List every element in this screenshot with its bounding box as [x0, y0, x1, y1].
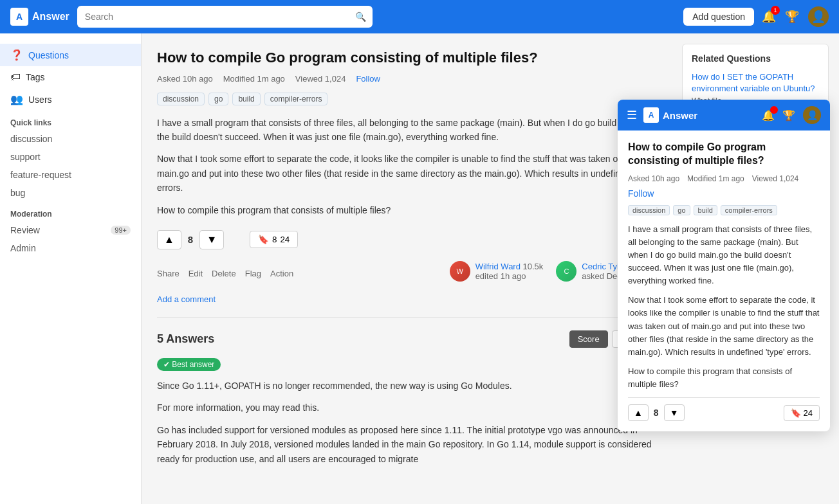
answer-body: Since Go 1.11+, GOPATH is no longer reco… [157, 379, 656, 466]
answer-p3: Go has included support for versioned mo… [157, 423, 656, 466]
sidebar-label-tags: Tags [26, 72, 45, 82]
overlay-trophy-icon[interactable]: 🏆 [782, 109, 795, 122]
editor-rep: 10.5k [523, 262, 544, 271]
bookmark-button[interactable]: 🔖 8 24 [250, 231, 298, 248]
sidebar-item-questions[interactable]: ❓ Questions [0, 44, 141, 66]
edit-action[interactable]: Edit [189, 269, 203, 278]
editor-name[interactable]: Wilfrid Ward [475, 262, 521, 271]
question-tags: discussion go build compiler-errors [157, 93, 656, 105]
overlay-body-p1: I have a small program that consists of … [628, 223, 820, 288]
sidebar-label-questions: Questions [28, 50, 69, 60]
sidebar-link-review[interactable]: Review 99+ [0, 221, 141, 239]
overlay-logo: A Answer [643, 107, 697, 123]
overlay-icons: 🔔 🏆 👤 [762, 106, 821, 124]
sidebar-item-tags[interactable]: 🏷 Tags [0, 66, 141, 88]
user-avatar[interactable]: 👤 [808, 6, 829, 27]
delete-action[interactable]: Delete [212, 269, 236, 278]
overlay-notification-badge [770, 106, 778, 114]
tag-discussion[interactable]: discussion [157, 93, 205, 105]
bookmark-icon: 🔖 [258, 235, 269, 244]
overlay-tag-compiler-errors[interactable]: compiler-errors [721, 205, 777, 215]
vote-row: ▲ 8 ▼ 🔖 8 24 [157, 230, 656, 249]
moderation-heading: Moderation [0, 202, 141, 221]
action-row: Share Edit Delete Flag Action W Wilfrid … [157, 261, 656, 287]
asker-avatar: C [556, 261, 576, 282]
sidebar-item-users[interactable]: 👥 Users [0, 88, 141, 111]
sidebar-link-bug[interactable]: bug [0, 184, 141, 202]
add-question-button[interactable]: Add question [683, 8, 754, 26]
users-icon: 👥 [10, 93, 23, 105]
quick-links-heading: Quick links [0, 111, 141, 130]
sidebar-link-support[interactable]: support [0, 148, 141, 166]
answers-header: 5 Answers Score Newest [157, 330, 656, 348]
sidebar: ❓ Questions 🏷 Tags 👥 Users Quick links d… [0, 33, 142, 504]
overlay-avatar[interactable]: 👤 [803, 106, 821, 124]
overlay-body-p3: How to compile this program that consist… [628, 365, 820, 391]
main-content: How to compile Go program consisting of … [142, 33, 672, 504]
overlay-bookmark-button[interactable]: 🔖 24 [784, 405, 820, 421]
follow-button[interactable]: Follow [356, 74, 380, 84]
overlay-tag-go[interactable]: go [673, 205, 690, 215]
overlay-modified: Modified 1m ago [687, 174, 744, 183]
editor-avatar: W [450, 261, 470, 282]
answer-p2: For more information, you may read this. [157, 401, 656, 415]
overlay-question-title: How to compile Go program consisting of … [628, 141, 820, 168]
overlay-asked: Asked 10h ago [628, 174, 679, 183]
tag-go[interactable]: go [208, 93, 228, 105]
trophy-icon[interactable]: 🏆 [785, 10, 799, 24]
overlay-logo-icon: A [643, 107, 659, 123]
overlay-meta: Asked 10h ago Modified 1m ago Viewed 1,0… [628, 174, 820, 183]
overlay-vote-up-button[interactable]: ▲ [628, 404, 649, 421]
app-name: Answer [32, 11, 69, 22]
search-input[interactable] [77, 6, 373, 28]
overlay-topbar: ☰ A Answer 🔔 🏆 👤 [618, 100, 830, 130]
app-logo[interactable]: A Answer [10, 8, 69, 26]
notification-badge: 1 [771, 6, 780, 15]
search-icon: 🔍 [355, 12, 366, 22]
overlay-follow-button[interactable]: Follow [628, 188, 654, 199]
overlay-card: ☰ A Answer 🔔 🏆 👤 How to compile Go progr… [618, 100, 830, 431]
viewed-count: Viewed 1,024 [295, 74, 346, 84]
sidebar-link-feature-request[interactable]: feature-request [0, 166, 141, 184]
overlay-notification-icon[interactable]: 🔔 [762, 109, 775, 122]
overlay-viewed: Viewed 1,024 [752, 174, 799, 183]
overlay-tags: discussion go build compiler-errors [628, 205, 820, 215]
share-action[interactable]: Share [157, 269, 180, 278]
sidebar-link-admin[interactable]: Admin [0, 239, 141, 257]
body-paragraph-2: Now that I took some effort to separate … [157, 152, 656, 195]
bookmark-count: 8 [272, 235, 277, 244]
tags-icon: 🏷 [10, 71, 21, 83]
overlay-tag-discussion[interactable]: discussion [628, 205, 670, 215]
add-comment-link[interactable]: Add a comment [157, 294, 656, 304]
sidebar-link-discussion[interactable]: discussion [0, 130, 141, 148]
nav-icons: 🔔 1 🏆 👤 [762, 6, 829, 27]
bookmark-count-val: 24 [280, 235, 290, 244]
logo-icon: A [10, 8, 28, 26]
overlay-menu-icon[interactable]: ☰ [627, 108, 637, 122]
question-meta: Asked 10h ago Modified 1m ago Viewed 1,0… [157, 74, 656, 84]
modified-time: Modified 1m ago [223, 74, 285, 84]
vote-up-button[interactable]: ▲ [157, 230, 181, 249]
overlay-bookmark-count: 24 [804, 408, 813, 418]
notification-icon[interactable]: 🔔 1 [762, 10, 776, 24]
body-paragraph-3: How to compile this program that consist… [157, 203, 656, 217]
asked-time: Asked 10h ago [157, 74, 213, 84]
sidebar-label-users: Users [28, 94, 52, 105]
tag-build[interactable]: build [232, 93, 260, 105]
overlay-vote-count: 8 [654, 408, 659, 418]
editor-card: W Wilfrid Ward 10.5k edited 1h ago [450, 261, 544, 282]
vote-count: 8 [188, 234, 193, 245]
flag-action[interactable]: Flag [245, 269, 261, 278]
best-answer-badge: ✔ Best answer [157, 358, 221, 371]
question-title: How to compile Go program consisting of … [157, 49, 656, 68]
vote-down-button[interactable]: ▼ [199, 230, 224, 249]
overlay-vote-down-button[interactable]: ▼ [664, 404, 685, 421]
question-body: I have a small program that consists of … [157, 116, 656, 217]
editor-action: edited 1h ago [475, 271, 544, 281]
search-container: 🔍 [77, 6, 373, 28]
tag-compiler-errors[interactable]: compiler-errors [264, 93, 328, 105]
body-paragraph-1: I have a small program that consists of … [157, 116, 656, 145]
overlay-tag-build[interactable]: build [694, 205, 717, 215]
action-action[interactable]: Action [270, 269, 293, 278]
sort-score-button[interactable]: Score [569, 330, 608, 348]
